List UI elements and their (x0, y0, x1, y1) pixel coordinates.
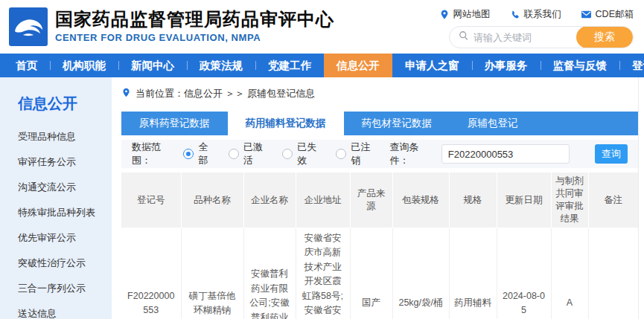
brand-text: 国家药品监督管理局药品审评中心 CENTER FOR DRUG EVALUATI… (55, 7, 334, 43)
sidebar-item-accepted-varieties[interactable]: 受理品种信息 (18, 130, 112, 144)
query-condition-input[interactable] (441, 144, 570, 164)
sidebar-title: 信息公开 (18, 94, 112, 114)
radio-icon (183, 149, 194, 159)
table-row: F20220000553 磺丁基倍他环糊精钠 安徽普利药业有限公司;安徽普利药业… (121, 228, 638, 319)
cell-spec: 药用辅料 (449, 228, 497, 319)
cell-registration-no: F20220000553 (121, 228, 181, 319)
tab-bar: 原料药登记数据 药用辅料登记数据 药包材登记数据 原辅包登记 (121, 112, 638, 135)
cell-update-date: 2024-08-05 (497, 228, 551, 319)
contact-link[interactable]: 联系我们 (510, 8, 561, 21)
site-subtitle: CENTER FOR DRUG EVALUATION, NMPA (55, 32, 334, 43)
results-table: 登记号 品种名称 企业名称 企业地址 产品来源 包装规格 规格 更新日期 与制剂… (121, 173, 638, 319)
col-remark: 备注 (588, 173, 638, 228)
mailbox-label: CDE邮箱 (596, 8, 634, 21)
content: 信息公开 受理品种信息 审评任务公示 沟通交流公示 特殊审批品种列表 优先审评公… (0, 77, 644, 319)
sidebar-item-priority-review[interactable]: 优先审评公示 (18, 231, 112, 245)
tab-packaging-registration[interactable]: 药包材登记数据 (344, 112, 450, 135)
col-package-spec: 包装规格 (392, 173, 449, 228)
mailbox-link[interactable]: CDE邮箱 (581, 8, 634, 21)
nav-item-news[interactable]: 新闻中心 (118, 54, 187, 77)
col-registration-no: 登记号 (121, 173, 181, 228)
col-update-date: 更新日期 (497, 173, 551, 228)
brand: 国家药品监督管理局药品审评中心 CENTER FOR DRUG EVALUATI… (9, 7, 334, 46)
nav-item-party[interactable]: 党建工作 (255, 54, 324, 77)
col-variety-name: 品种名称 (181, 173, 243, 228)
phone-icon (510, 10, 520, 20)
col-spec: 规格 (449, 173, 497, 228)
data-range-label: 数据范围： (132, 141, 174, 167)
site-header: 国家药品监督管理局药品审评中心 CENTER FOR DRUG EVALUATI… (0, 0, 644, 54)
query-button[interactable]: 查询 (595, 144, 628, 164)
nav-item-applicant-window[interactable]: 申请人之窗 (392, 54, 472, 77)
radio-option-activated[interactable]: 已激活 (229, 141, 267, 167)
nav-item-info-disclosure[interactable]: 信息公开 (324, 54, 392, 77)
envelope-icon (581, 10, 592, 19)
nav-item-policies[interactable]: 政策法规 (187, 54, 255, 77)
sidebar-item-review-tasks[interactable]: 审评任务公示 (18, 155, 112, 169)
cell-remark (588, 228, 638, 319)
sidebar: 信息公开 受理品种信息 审评任务公示 沟通交流公示 特殊审批品种列表 优先审评公… (0, 77, 112, 319)
sidebar-item-special-approval[interactable]: 特殊审批品种列表 (18, 206, 112, 219)
location-pin-icon (439, 9, 450, 20)
tab-excipient-registration[interactable]: 药用辅料登记数据 (228, 112, 344, 135)
search-input[interactable] (474, 32, 576, 43)
sidebar-item-breakthrough-therapy[interactable]: 突破性治疗公示 (18, 257, 112, 270)
table-header-row: 登记号 品种名称 企业名称 企业地址 产品来源 包装规格 规格 更新日期 与制剂… (121, 173, 638, 228)
sitemap-link[interactable]: 网站地图 (439, 8, 491, 21)
sitemap-label: 网站地图 (453, 8, 491, 21)
site-title: 国家药品监督管理局药品审评中心 (55, 9, 334, 30)
cell-company-name: 安徽普利药业有限公司;安徽普利药业有限公司 (243, 228, 296, 319)
cell-company-address: 安徽省安庆市高新技术产业开发区霞虹路58号; 安徽省安庆市高新技术产业开发区霞虹… (296, 228, 350, 319)
nav-item-functions[interactable]: 机构职能 (50, 54, 118, 77)
query-condition-label: 查询条件： (389, 141, 432, 167)
cell-product-source: 国产 (350, 228, 392, 319)
location-pin-icon (121, 87, 131, 100)
radio-label: 已激活 (243, 141, 267, 167)
radio-option-cancelled[interactable]: 已注销 (336, 141, 374, 167)
col-product-source: 产品来源 (350, 173, 392, 228)
breadcrumb: 当前位置：信息公开 ＞＞ 原辅包登记信息 (121, 87, 638, 100)
col-company-name: 企业名称 (243, 173, 296, 228)
cde-logo[interactable] (9, 7, 48, 46)
radio-icon (336, 149, 346, 159)
col-joint-review-result: 与制剂共同审评审批结果 (551, 173, 588, 228)
radio-icon (282, 149, 293, 159)
header-right: 网站地图 联系我们 CDE邮箱 搜索 (439, 7, 634, 48)
search-bar: 搜索 (449, 26, 634, 48)
nav-item-home[interactable]: 首页 (3, 54, 50, 77)
search-button[interactable]: 搜索 (576, 26, 633, 48)
search-icon (459, 30, 469, 44)
tab-raw-aux-pack[interactable]: 原辅包登记 (450, 112, 536, 135)
tab-api-registration[interactable]: 原料药登记数据 (121, 112, 228, 135)
cell-variety-name: 磺丁基倍他环糊精钠 (181, 228, 243, 319)
breadcrumb-text[interactable]: 当前位置：信息公开 ＞＞ 原辅包登记信息 (136, 87, 315, 100)
quick-links: 网站地图 联系我们 CDE邮箱 (439, 8, 634, 21)
main-nav: 首页 机构职能 新闻中心 政策法规 党建工作 信息公开 申请人之窗 办事服务 监… (0, 54, 644, 77)
radio-label: 已注销 (351, 141, 374, 167)
radio-option-all[interactable]: 全部 (183, 141, 214, 167)
cell-joint-review-result: A (551, 228, 588, 319)
col-company-address: 企业地址 (296, 173, 350, 228)
sidebar-item-communication[interactable]: 沟通交流公示 (18, 181, 112, 194)
nav-item-services[interactable]: 办事服务 (472, 54, 541, 77)
filter-bar: 数据范围： 全部 已激活 已失效 已注销 查询条件： 查询 (121, 140, 638, 168)
cell-package-spec: 25kg/袋/桶 (392, 228, 449, 319)
nav-item-registration-platform[interactable]: 登记备案平台 (619, 54, 644, 77)
radio-icon (229, 149, 239, 159)
nav-item-supervision[interactable]: 监督与反馈 (541, 54, 620, 77)
radio-label: 全部 (198, 141, 214, 167)
radio-option-expired[interactable]: 已失效 (282, 141, 321, 167)
sidebar-item-three-in-one[interactable]: 三合一序列公示 (18, 282, 112, 295)
main-panel: 当前位置：信息公开 ＞＞ 原辅包登记信息 原料药登记数据 药用辅料登记数据 药包… (112, 77, 639, 319)
contact-label: 联系我们 (524, 8, 561, 21)
sidebar-item-delivery-info[interactable]: 送达信息 (18, 307, 112, 319)
radio-label: 已失效 (297, 141, 321, 167)
